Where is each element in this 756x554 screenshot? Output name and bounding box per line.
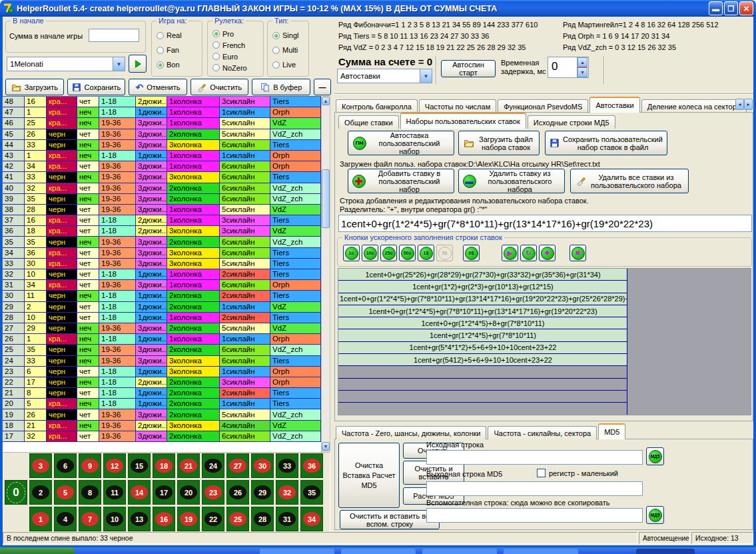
radio-option-nozero[interactable]: NoZero [208, 62, 263, 73]
table-row[interactable]: 431кра...неч1-181дюжи...1колонка1сиклайн… [3, 151, 321, 161]
radio-icon[interactable] [212, 53, 220, 60]
roulette-cell[interactable]: 30 [251, 453, 274, 478]
spins-table[interactable]: 4816кра...чет1-182дюжи...1колонка3сиклай… [2, 96, 322, 453]
chip-1$-button[interactable]: 1$ [418, 245, 434, 261]
freq-tab-0[interactable]: Частота - Zero, шансы, дюжины, колонки [336, 426, 486, 439]
radio-option-singl[interactable]: Singl [268, 28, 308, 43]
roulette-cell[interactable]: 35 [300, 480, 323, 505]
chip-25c-button[interactable]: 25c [380, 245, 397, 261]
autostake-user-set-button[interactable]: ПН Автоставка пользовательский набор [348, 131, 454, 155]
taskbar-button-active[interactable] [636, 549, 695, 554]
roulette-cell[interactable]: 33 [276, 453, 298, 478]
table-row[interactable]: 2729черннеч19-363дюжи...2колонка5сиклайн… [3, 323, 321, 334]
table-row[interactable]: 3134кра...чет19-363дюжи...1колонка6сикла… [3, 280, 321, 291]
table-row[interactable]: 292чернчет1-181дюжи...2колонка1сиклайнVd… [3, 302, 321, 313]
taskbar-button[interactable] [341, 549, 416, 554]
chevron-down-icon[interactable]: ▼ [113, 57, 125, 71]
tab-1[interactable]: Частоты по числам [419, 99, 496, 113]
md5-clear-paste-aux-button[interactable]: Очистить и вставить во вспом. строку [340, 510, 440, 529]
tab-2[interactable]: Функционал PsevdoMS [498, 99, 588, 113]
bet-string-input[interactable] [338, 215, 752, 232]
title-bar[interactable]: HelperRoullet 5.4- create helperroullet@… [0, 0, 756, 17]
spinner-down-icon[interactable]: ▼ [577, 67, 587, 77]
roulette-cell[interactable]: 29 [251, 480, 274, 505]
roulette-cell[interactable]: 27 [226, 453, 249, 478]
table-row[interactable]: 205кра...неч1-181дюжи...2колонка1сиклайн… [3, 399, 321, 409]
add-bet-button[interactable]: ✚ Добавить ставку в пользовательский наб… [348, 169, 454, 193]
bet-list-item[interactable]: 1cent+gr(1*2)+gr(2*3)+gr(10*13)+gr(12*15… [338, 281, 627, 293]
bet-list[interactable]: 1cent+0+gr(25*26)+gr(28*29)+gr(27*30)+gr… [338, 268, 751, 415]
roulette-cell[interactable]: 21 [177, 453, 200, 478]
table-row[interactable]: 4133черннеч19-363дюжи...3колонка6сиклайн… [3, 172, 321, 183]
radio-option-live[interactable]: Live [268, 57, 308, 72]
load-bet-file-button[interactable]: Загрузить файл набора ставок [458, 131, 540, 155]
save-button[interactable]: Сохранить [67, 79, 126, 95]
roulette-cell[interactable]: 24 [202, 453, 224, 478]
table-row[interactable]: 2217черннеч1-182дюжи...2колонка3сиклайнO… [3, 377, 321, 388]
roulette-cell[interactable]: 3 [29, 453, 52, 478]
save-user-set-button[interactable]: Сохранить пользовательский набор ставок … [545, 131, 667, 155]
radio-option-bon[interactable]: Bon [152, 57, 202, 72]
roulette-cell[interactable]: 6 [54, 453, 77, 478]
quick-pattern-button[interactable]: ✖ [569, 245, 586, 261]
chevron-down-icon[interactable]: ▼ [420, 69, 432, 83]
radio-icon[interactable] [212, 41, 220, 49]
quick-play-button[interactable]: ▶ [502, 245, 518, 261]
table-row[interactable]: 3330кра...чет19-363дюжи...3колонка5сикла… [3, 259, 321, 269]
md5-output-input[interactable] [426, 481, 643, 496]
roulette-cell[interactable]: 19 [177, 507, 200, 531]
table-row[interactable]: 1821кра...неч19-362дюжи...3колонка4сикла… [3, 421, 321, 431]
table-row[interactable]: 4526чернчет19-363дюжи...2колонка5сиклайн… [3, 129, 321, 140]
roulette-cell[interactable]: 1 [29, 507, 52, 531]
table-row[interactable]: 3210чернчет1-181дюжи...1колонка2сиклайнT… [3, 269, 321, 280]
roulette-cell[interactable]: 25 [226, 507, 249, 531]
tab-scroll-left-icon[interactable]: ◄ [735, 99, 744, 110]
chip-10c-button[interactable]: 10c [362, 245, 378, 261]
table-row[interactable]: 2535черннеч19-363дюжи...2колонка6сиклайн… [3, 345, 321, 355]
undo-button[interactable]: ↶ Отменить [129, 79, 187, 95]
roulette-cell[interactable]: 5 [54, 480, 77, 505]
roulette-cell[interactable]: 15 [128, 453, 151, 478]
radio-icon[interactable] [272, 32, 280, 39]
chip-1c-button[interactable]: 1c [343, 245, 360, 261]
md5-source-input[interactable] [426, 450, 643, 465]
md5-calc-icon-button[interactable]: МД5 [646, 447, 664, 465]
md5-aux-input[interactable] [426, 508, 643, 523]
bet-list-item[interactable]: 1cent+0+gr(1*2*4*5)+gr(7*8*10*11)+gr(13*… [338, 305, 627, 317]
table-row[interactable]: 4625кра...неч19-363дюжи...1колонка5сикла… [3, 118, 321, 129]
spinner-up-icon[interactable]: ▲ [577, 57, 587, 67]
freq-tab-1[interactable]: Частота - сиклайны, сектора [488, 426, 597, 439]
delete-bet-button[interactable]: ▬ Удалить ставку из пользовательского на… [458, 169, 565, 193]
table-row[interactable]: 218чернчет1-181дюжи...2колонка2сиклайнTi… [3, 388, 321, 399]
roulette-cell[interactable]: 26 [226, 480, 249, 505]
radio-option-multi[interactable]: Multi [268, 43, 308, 57]
roulette-cell[interactable]: 10 [103, 507, 126, 531]
collapse-button[interactable]: — [314, 79, 331, 95]
autobets-combobox[interactable]: Автоставки ▼ [337, 69, 432, 83]
scroll-up-icon[interactable]: ▲ [322, 97, 330, 105]
radio-option-french[interactable]: French [208, 39, 263, 51]
start-button[interactable] [0, 547, 75, 554]
table-row[interactable]: 261кра...неч1-181дюжи...1колонка1сиклайн… [3, 334, 321, 345]
maximize-button[interactable]: ❒ [724, 1, 738, 15]
taskbar-button[interactable] [422, 549, 497, 554]
table-row[interactable]: 3828чернчет19-363дюжи...1колонка5сиклайн… [3, 205, 321, 215]
radio-icon[interactable] [157, 61, 164, 69]
table-row[interactable]: 4433черннеч19-363дюжи...3колонка6сиклайн… [3, 140, 321, 151]
minimize-button[interactable]: ▬ [709, 1, 723, 15]
load-button[interactable]: Загрузить [5, 79, 64, 95]
radio-icon[interactable] [272, 61, 280, 69]
roulette-cell[interactable]: 9 [79, 453, 101, 478]
roulette-cell[interactable]: 14 [128, 480, 151, 505]
roulette-cell[interactable]: 7 [79, 507, 101, 531]
roulette-cell[interactable]: 20 [177, 480, 200, 505]
radio-icon[interactable] [157, 47, 164, 54]
quick-refresh-button[interactable]: ↻ [520, 245, 537, 261]
bet-list-item[interactable]: 1cent+0+gr(1*2*4*5)+gr(7*8*10*11)+gr(13*… [338, 293, 627, 305]
radio-option-real[interactable]: Real [152, 28, 202, 43]
subtab-2[interactable]: Исходные строки МД5 [528, 115, 615, 129]
bet-list-item[interactable]: 1cent+gr(5*4*1*2)+5+6+9+10+10cent+23+22 [338, 342, 627, 354]
table-row[interactable]: 3935черннеч19-363дюжи...2колонка6сиклайн… [3, 194, 321, 205]
table-row[interactable]: 3436кра...чет19-363дюжи...3колонка6сикла… [3, 248, 321, 259]
roulette-cell[interactable]: 36 [300, 453, 323, 478]
